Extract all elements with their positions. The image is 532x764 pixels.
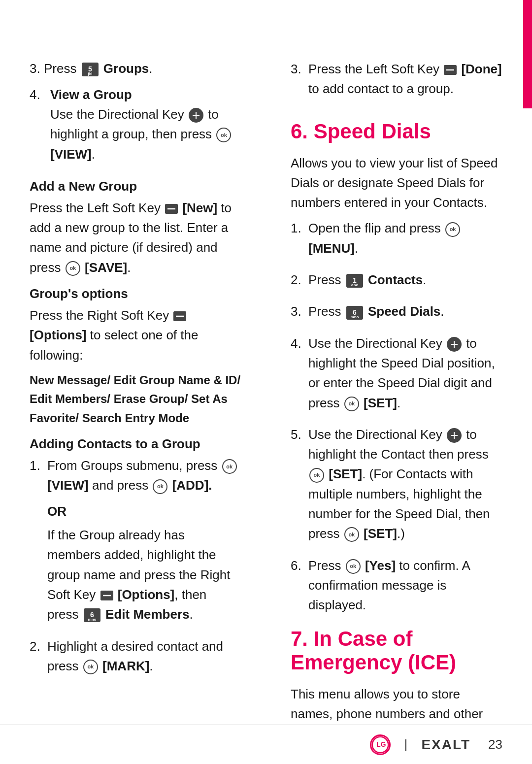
sd-item-5: 5. Use the Directional Key to highlight … <box>291 425 502 550</box>
sd-item2-num: 2. <box>291 270 308 290</box>
adding-item1-num: 1. <box>30 456 47 475</box>
soft-key-done <box>444 65 457 75</box>
right-item3-text: Press the Left Soft Key [Done] to add co… <box>308 59 502 99</box>
item4-body: Use the Directional Key to highlight a g… <box>50 104 241 164</box>
right-item3-content: Press the Left Soft Key [Done] to add co… <box>308 59 502 105</box>
ok-key-yes: ok <box>346 559 361 574</box>
ok-key-save: ok <box>66 261 80 276</box>
adding-item1-content: From Groups submenu, press ok [VIEW] and… <box>47 456 241 630</box>
sd-item1-num: 1. <box>291 218 308 238</box>
sd-item6-num: 6. <box>291 556 308 575</box>
sd-item4-num: 4. <box>291 333 308 353</box>
adding-item-1: 1. From Groups submenu, press ok [VIEW] … <box>30 456 241 630</box>
svg-text:mno: mno <box>88 617 96 622</box>
sd-item2-text: Press 1 abc Contacts. <box>308 270 502 290</box>
right-item3-list: 3. Press the Left Soft Key [Done] to add… <box>291 59 502 105</box>
groups-options-heading: Group's options <box>30 286 241 301</box>
item-4-view-group: 4. View a Group Use the Directional Key … <box>30 85 241 170</box>
add-new-group-body: Press the Left Soft Key [New] to add a n… <box>30 198 241 277</box>
ok-key-set3: ok <box>344 527 359 542</box>
svg-text:LG: LG <box>376 741 386 748</box>
key-6-edit: 6 mno <box>84 608 100 622</box>
item3-number: 3. <box>30 61 40 76</box>
page-number: 23 <box>488 737 502 752</box>
adding-item1-text: From Groups submenu, press ok [VIEW] and… <box>47 456 241 496</box>
left-column: 3. Press 5 jkl Groups. 4. View a Group <box>30 59 256 685</box>
content-wrapper: 3. Press 5 jkl Groups. 4. View a Group <box>0 30 532 685</box>
speed-dials-intro: Allows you to view your list of Speed Di… <box>291 153 502 213</box>
item4-number: 4. <box>30 85 47 104</box>
dir-key-sd5 <box>447 428 462 443</box>
sd-item-1: 1. Open the flip and press ok [MENU]. <box>291 218 502 264</box>
right-column: 3. Press the Left Soft Key [Done] to add… <box>286 59 502 685</box>
or-text: OR <box>47 501 241 521</box>
sd-item5-content: Use the Directional Key to highlight the… <box>308 425 502 550</box>
ok-key-set1: ok <box>344 397 359 411</box>
options-list: New Message/ Edit Group Name & ID/ Edit … <box>30 371 241 428</box>
soft-key-options-2 <box>100 591 113 600</box>
svg-text:jkl: jkl <box>87 71 92 76</box>
svg-text:mno: mno <box>350 315 359 319</box>
ice-heading: 7. In Case of Emergency (ICE) <box>291 627 502 674</box>
lg-logo: LG <box>370 734 391 755</box>
adding-item2-text: Highlight a desired contact and press ok… <box>47 636 241 676</box>
adding-contacts-heading: Adding Contacts to a Group <box>30 436 241 452</box>
groups-key: 5 jkl <box>82 63 99 76</box>
sd-item6-text: Press ok [Yes] to confirm. A confirmatio… <box>308 556 502 615</box>
sd-item-4: 4. Use the Directional Key to highlight … <box>291 333 502 419</box>
ok-key-set2: ok <box>309 468 324 483</box>
sd-item-3: 3. Press 6 mno Speed Dials. <box>291 301 502 327</box>
sd-item4-text: Use the Directional Key to highlight the… <box>308 333 502 413</box>
right-item3-num: 3. <box>291 59 308 79</box>
accent-bar <box>523 0 532 108</box>
svg-text:abc: abc <box>351 283 358 287</box>
item3-press-text: Press <box>44 61 80 76</box>
item3-groups-label: Groups. <box>103 61 153 76</box>
item4-content: View a Group Use the Directional Key to … <box>50 85 241 170</box>
ok-key-view: ok <box>222 459 237 474</box>
dir-key-sd4 <box>447 337 462 352</box>
adding-item2-num: 2. <box>30 636 47 656</box>
adding-item-2: 2. Highlight a desired contact and press… <box>30 636 241 682</box>
right-item3: 3. Press the Left Soft Key [Done] to add… <box>291 59 502 105</box>
page-container: 3. Press 5 jkl Groups. 4. View a Group <box>0 0 532 764</box>
footer-divider: | <box>404 737 408 752</box>
footer: LG | EXALT 23 <box>0 725 532 764</box>
sd-item2-content: Press 1 abc Contacts. <box>308 270 502 296</box>
sd-item3-num: 3. <box>291 301 308 321</box>
adding-contacts-list: 1. From Groups submenu, press ok [VIEW] … <box>30 456 241 682</box>
groups-options-body: Press the Right Soft Key [Options] to se… <box>30 305 241 365</box>
ok-key-icon: ok <box>216 128 231 142</box>
lg-circle-icon: LG <box>370 734 391 755</box>
add-new-group-heading: Add a New Group <box>30 179 241 194</box>
ok-key-menu: ok <box>445 222 460 237</box>
sd-item3-content: Press 6 mno Speed Dials. <box>308 301 502 327</box>
sd-item-6: 6. Press ok [Yes] to confirm. A confirma… <box>291 556 502 621</box>
ice-intro: This menu allows you to store names, pho… <box>291 684 502 724</box>
adding-item2-content: Highlight a desired contact and press ok… <box>47 636 241 682</box>
sd-item6-content: Press ok [Yes] to confirm. A confirmatio… <box>308 556 502 621</box>
right-soft-key-options <box>173 311 186 321</box>
ok-key-mark: ok <box>83 660 98 674</box>
left-soft-key-new <box>165 204 178 214</box>
sd-item4-content: Use the Directional Key to highlight the… <box>308 333 502 419</box>
speed-dials-heading: 6. Speed Dials <box>291 120 502 143</box>
exalt-label: EXALT <box>421 737 470 753</box>
footer-logo: LG | EXALT 23 <box>370 734 502 755</box>
sd-item5-text: Use the Directional Key to highlight the… <box>308 425 502 544</box>
sd-item5-num: 5. <box>291 425 308 444</box>
sd-item-2: 2. Press 1 abc Contacts. <box>291 270 502 296</box>
key-6-speed-dials: 6 mno <box>346 306 363 320</box>
sd-item1-text: Open the flip and press ok [MENU]. <box>308 218 502 258</box>
dir-key-icon <box>189 108 203 123</box>
ok-key-add: ok <box>153 479 167 494</box>
adding-item1-or-text: If the Group already has members added, … <box>47 525 241 624</box>
sd-item1-content: Open the flip and press ok [MENU]. <box>308 218 502 264</box>
key-1-contacts: 1 abc <box>346 274 363 288</box>
speed-dials-list: 1. Open the flip and press ok [MENU]. 2. <box>291 218 502 621</box>
item-3-groups: 3. Press 5 jkl Groups. <box>30 59 241 78</box>
sd-item3-text: Press 6 mno Speed Dials. <box>308 301 502 321</box>
item4-heading: View a Group <box>50 87 132 102</box>
